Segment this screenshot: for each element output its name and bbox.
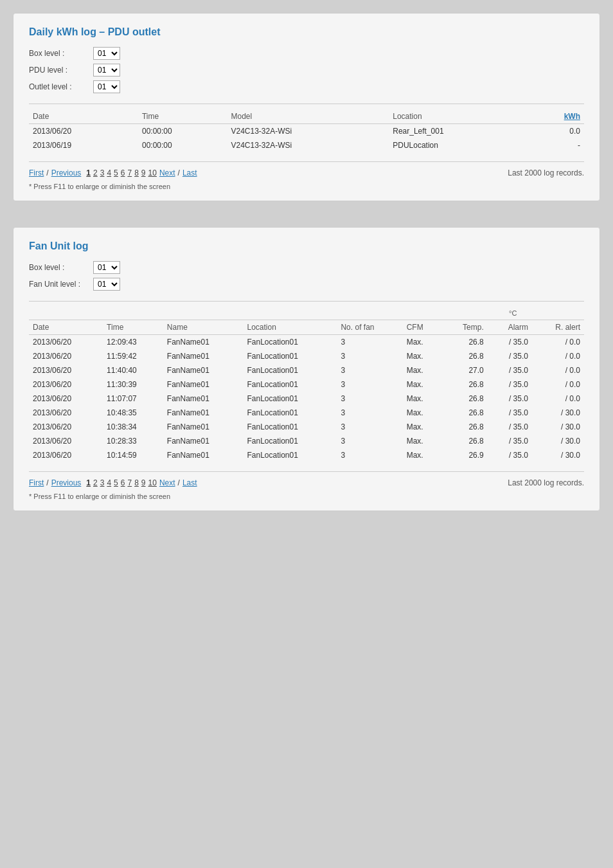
table-row: 2013/06/20 11:59:42 FanName01 FanLocatio… (29, 349, 584, 363)
cell-sep1: / 35.0 (488, 363, 532, 377)
panel1-press-note: * Press F11 to enlarge or diminish the s… (29, 183, 584, 190)
cell-temp: 26.8 (441, 335, 487, 350)
fan-unit-level-select[interactable]: 0102 (93, 278, 120, 291)
col-fan-nooffan: No. of fan (337, 320, 402, 335)
cell-nooffan: 3 (337, 392, 402, 406)
cell-cfm: Max. (403, 349, 442, 363)
page-2-p2[interactable]: 2 (93, 478, 98, 487)
cell-nooffan: 3 (337, 420, 402, 434)
cell-nooffan: 3 (337, 363, 402, 377)
cell-time: 00:00:00 (138, 124, 227, 139)
col-location: Location (389, 109, 528, 124)
cell-nooffan: 3 (337, 349, 402, 363)
page-4-p2[interactable]: 4 (107, 478, 111, 487)
cell-sep2: / 30.0 (532, 434, 584, 448)
page-3-p2[interactable]: 3 (100, 478, 105, 487)
cell-sep2: / 0.0 (532, 363, 584, 377)
cell-date: 2013/06/20 (29, 124, 138, 139)
pdu-level-row: PDU level : 010203 (29, 64, 584, 77)
page-4-p1[interactable]: 4 (107, 168, 111, 177)
cell-time: 10:28:33 (103, 434, 163, 448)
page-5-p2[interactable]: 5 (114, 478, 118, 487)
cell-location: FanLocation01 (243, 335, 337, 350)
col-time: Time (138, 109, 227, 124)
panel2-table-section: °C Date Time Name Location No. of fan CF… (29, 301, 584, 500)
col-date: Date (29, 109, 138, 124)
table-row: 2013/06/20 11:40:40 FanName01 FanLocatio… (29, 363, 584, 377)
cell-sep1: / 35.0 (488, 392, 532, 406)
page-3-p1[interactable]: 3 (100, 168, 105, 177)
sep1: / (46, 168, 48, 177)
cell-kwh: 0.0 (528, 124, 584, 139)
next-link-p1[interactable]: Next (159, 168, 175, 177)
cell-nooffan: 3 (337, 335, 402, 350)
page-9-p1[interactable]: 9 (141, 168, 146, 177)
cell-temp: 26.8 (441, 406, 487, 420)
page-5-p1[interactable]: 5 (114, 168, 118, 177)
cell-location: FanLocation01 (243, 349, 337, 363)
pdu-level-select[interactable]: 010203 (93, 64, 120, 77)
page-8-p1[interactable]: 8 (134, 168, 139, 177)
col-fan-cfm: CFM (403, 320, 442, 335)
box-level-label: Box level : (29, 49, 93, 58)
table-row: 2013/06/20 10:28:33 FanName01 FanLocatio… (29, 434, 584, 448)
last-link-p2[interactable]: Last (182, 478, 197, 487)
table-row: 2013/06/20 00:00:00 V24C13-32A-WSi Rear_… (29, 124, 584, 139)
cell-cfm: Max. (403, 406, 442, 420)
cell-sep2: / 30.0 (532, 406, 584, 420)
col-kwh: kWh (528, 109, 584, 124)
col-fan-name: Name (163, 320, 244, 335)
cell-temp: 26.8 (441, 392, 487, 406)
cell-temp: 26.9 (441, 448, 487, 462)
outlet-level-select[interactable]: 010203 (93, 80, 120, 93)
cell-name: FanName01 (163, 406, 244, 420)
previous-link-p1[interactable]: Previous (51, 168, 82, 177)
fan-unit-panel: Fan Unit log Box level : 0102 Fan Unit l… (13, 227, 600, 511)
panel2-press-note: * Press F11 to enlarge or diminish the s… (29, 493, 584, 500)
page-7-p2[interactable]: 7 (127, 478, 132, 487)
cell-sep2: / 30.0 (532, 420, 584, 434)
box-level-select[interactable]: 010203 (93, 47, 120, 60)
panel1-table-section: Date Time Model Location kWh 2013/06/20 … (29, 104, 584, 190)
page-9-p2[interactable]: 9 (141, 478, 146, 487)
page-1-p1[interactable]: 1 (86, 168, 91, 177)
panel2-pagination-left: First / Previous 1 2 3 4 5 6 7 8 9 10 Ne… (29, 478, 197, 487)
page-1-p2[interactable]: 1 (86, 478, 91, 487)
first-link-p2[interactable]: First (29, 478, 44, 487)
cell-nooffan: 3 (337, 448, 402, 462)
page-7-p1[interactable]: 7 (127, 168, 132, 177)
fan-box-level-select[interactable]: 0102 (93, 261, 120, 274)
panel2-celsius-row: °C (29, 307, 584, 320)
page-2-p1[interactable]: 2 (93, 168, 98, 177)
cell-name: FanName01 (163, 434, 244, 448)
cell-name: FanName01 (163, 420, 244, 434)
next-link-p2[interactable]: Next (159, 478, 175, 487)
last-link-p1[interactable]: Last (182, 168, 197, 177)
table-row: 2013/06/20 11:07:07 FanName01 FanLocatio… (29, 392, 584, 406)
cell-temp: 26.8 (441, 377, 487, 392)
panel2-table: °C Date Time Name Location No. of fan CF… (29, 307, 584, 462)
first-link-p1[interactable]: First (29, 168, 44, 177)
panel2-header-row: Date Time Name Location No. of fan CFM T… (29, 320, 584, 335)
cell-nooffan: 3 (337, 434, 402, 448)
cell-date: 2013/06/20 (29, 335, 103, 350)
page-10-p1[interactable]: 10 (148, 168, 157, 177)
page-10-p2[interactable]: 10 (148, 478, 157, 487)
page-6-p2[interactable]: 6 (121, 478, 125, 487)
cell-location: FanLocation01 (243, 377, 337, 392)
panel2-pagination: First / Previous 1 2 3 4 5 6 7 8 9 10 Ne… (29, 471, 584, 487)
cell-cfm: Max. (403, 363, 442, 377)
table-row: 2013/06/20 11:30:39 FanName01 FanLocatio… (29, 377, 584, 392)
cell-cfm: Max. (403, 392, 442, 406)
cell-date: 2013/06/20 (29, 377, 103, 392)
daily-kwh-panel: Daily kWh log – PDU outlet Box level : 0… (13, 13, 600, 201)
cell-name: FanName01 (163, 392, 244, 406)
cell-date: 2013/06/20 (29, 406, 103, 420)
page-8-p2[interactable]: 8 (134, 478, 139, 487)
outlet-level-label: Outlet level : (29, 82, 93, 91)
page-6-p1[interactable]: 6 (121, 168, 125, 177)
cell-name: FanName01 (163, 377, 244, 392)
previous-link-p2[interactable]: Previous (51, 478, 82, 487)
panel1-table: Date Time Model Location kWh 2013/06/20 … (29, 109, 584, 152)
cell-date: 2013/06/20 (29, 434, 103, 448)
